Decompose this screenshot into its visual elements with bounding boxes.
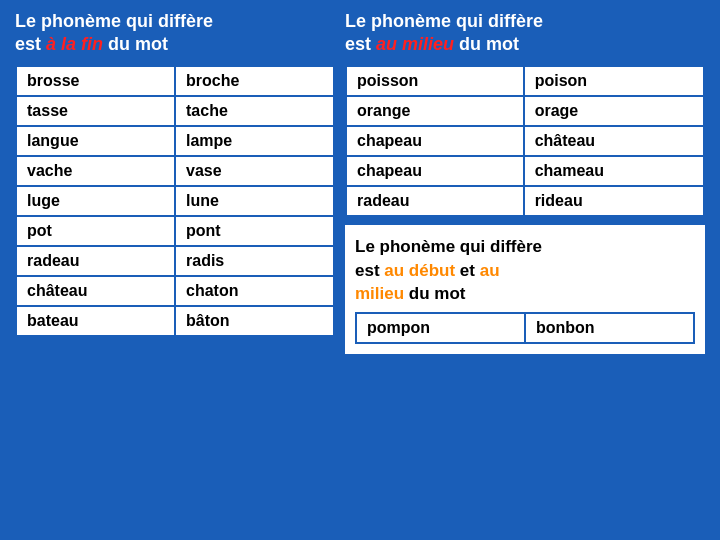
left-cell: brosse [16,66,175,96]
right-cell: orage [524,96,704,126]
right-cell: rideau [524,186,704,216]
right-cell: bonbon [525,313,694,343]
left-cell: pot [16,216,175,246]
right-cell: bâton [175,306,334,336]
right-top-title-text2: est [345,34,376,54]
left-cell: langue [16,126,175,156]
table-row: chapeau château [346,126,704,156]
right-cell: chaton [175,276,334,306]
left-cell: chapeau [346,156,524,186]
highlight-debut: au début [384,261,455,280]
right-panel: Le phonème qui diffère est au milieu du … [345,10,705,354]
left-title-highlight: à la fin [46,34,103,54]
right-top: Le phonème qui diffère est au milieu du … [345,10,705,217]
right-cell: poison [524,66,704,96]
left-panel: Le phonème qui diffère est à la fin du m… [15,10,335,337]
table-row: pot pont [16,216,334,246]
left-cell: radeau [16,246,175,276]
highlight-milieu: milieu [355,284,404,303]
left-cell: vache [16,156,175,186]
left-cell: orange [346,96,524,126]
left-cell: poisson [346,66,524,96]
left-title-text2: est [15,34,46,54]
right-bottom-title: Le phonème qui diffère est au début et a… [355,235,695,306]
right-cell: château [524,126,704,156]
table-row: luge lune [16,186,334,216]
left-cell: radeau [346,186,524,216]
right-cell: pont [175,216,334,246]
table-row: chapeau chameau [346,156,704,186]
table-row: langue lampe [16,126,334,156]
left-table: brosse broche tasse tache langue lampe v… [15,65,335,337]
left-cell: tasse [16,96,175,126]
right-top-table: poisson poison orange orage chapeau chât… [345,65,705,217]
highlight-au: au [480,261,500,280]
right-cell: tache [175,96,334,126]
right-cell: broche [175,66,334,96]
left-cell: luge [16,186,175,216]
right-cell: lune [175,186,334,216]
table-row: radeau radis [16,246,334,276]
right-cell: chameau [524,156,704,186]
left-title: Le phonème qui diffère est à la fin du m… [15,10,335,57]
left-cell: pompon [356,313,525,343]
left-title-text1: Le phonème qui diffère [15,11,213,31]
right-top-title: Le phonème qui diffère est au milieu du … [345,10,705,57]
left-cell: bateau [16,306,175,336]
right-top-title-text3: du mot [454,34,519,54]
right-bottom: Le phonème qui diffère est au début et a… [345,225,705,354]
table-row: radeau rideau [346,186,704,216]
right-cell: lampe [175,126,334,156]
table-row: orange orage [346,96,704,126]
left-cell: chapeau [346,126,524,156]
left-title-text3: du mot [103,34,168,54]
right-cell: vase [175,156,334,186]
right-top-title-highlight: au milieu [376,34,454,54]
left-cell: château [16,276,175,306]
right-bottom-table: pompon bonbon [355,312,695,344]
table-row: château chaton [16,276,334,306]
table-row: tasse tache [16,96,334,126]
table-row: pompon bonbon [356,313,694,343]
right-cell: radis [175,246,334,276]
right-top-title-text1: Le phonème qui diffère [345,11,543,31]
table-row: brosse broche [16,66,334,96]
table-row: poisson poison [346,66,704,96]
table-row: vache vase [16,156,334,186]
table-row: bateau bâton [16,306,334,336]
